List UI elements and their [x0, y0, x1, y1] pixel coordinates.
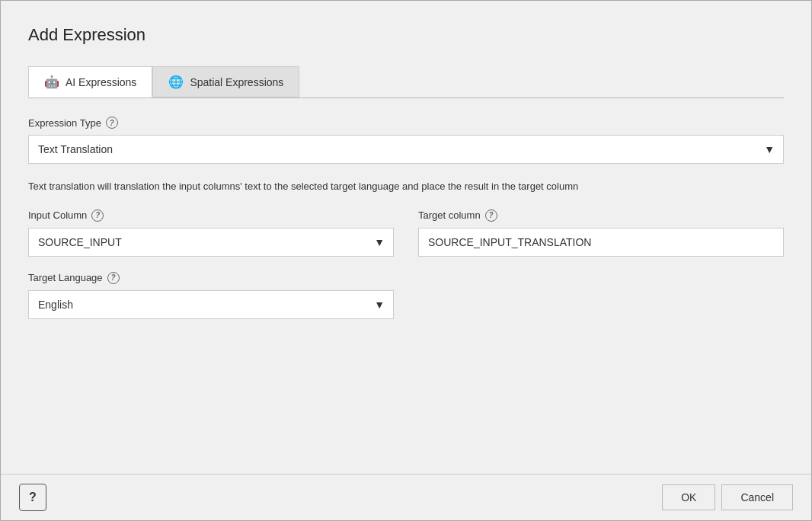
input-column-label: Input Column — [28, 209, 87, 221]
expression-type-field: Expression Type ? Text Translation Senti… — [28, 117, 784, 164]
target-language-select-wrapper: English Spanish French German Chinese ▼ — [28, 290, 394, 319]
tab-ai-expressions[interactable]: 🤖 AI Expressions — [28, 66, 152, 97]
form-section: Expression Type ? Text Translation Senti… — [28, 98, 784, 455]
expression-type-select[interactable]: Text Translation Sentiment Analysis Enti… — [28, 135, 784, 164]
target-language-label: Target Language — [28, 272, 103, 283]
footer-left: ? — [19, 484, 46, 511]
cancel-button[interactable]: Cancel — [721, 484, 793, 510]
expression-type-label-group: Expression Type ? — [28, 117, 784, 129]
tab-spatial-expressions[interactable]: 🌐 Spatial Expressions — [152, 66, 299, 97]
help-button-label: ? — [29, 491, 37, 504]
target-language-label-group: Target Language ? — [28, 272, 784, 284]
target-column-input[interactable] — [418, 228, 784, 257]
target-column-field: Target column ? — [418, 209, 784, 257]
input-column-select-wrapper: SOURCE_INPUT ▼ — [28, 228, 394, 257]
tab-ai-label: AI Expressions — [66, 76, 136, 88]
target-column-label: Target column — [418, 209, 481, 221]
help-button[interactable]: ? — [19, 484, 46, 511]
expression-description: Text translation will translation the in… — [28, 179, 784, 194]
ai-icon: 🤖 — [44, 75, 59, 89]
tab-spatial-label: Spatial Expressions — [190, 76, 283, 88]
target-language-select[interactable]: English Spanish French German Chinese — [28, 290, 394, 319]
add-expression-dialog: Add Expression 🤖 AI Expressions 🌐 Spatia… — [0, 0, 812, 521]
target-column-help-icon[interactable]: ? — [485, 209, 497, 222]
ok-button[interactable]: OK — [662, 484, 715, 510]
input-column-select[interactable]: SOURCE_INPUT — [28, 228, 394, 257]
input-column-field: Input Column ? SOURCE_INPUT ▼ — [28, 209, 394, 257]
footer-right: OK Cancel — [662, 484, 793, 510]
expression-type-select-wrapper: Text Translation Sentiment Analysis Enti… — [28, 135, 784, 164]
spatial-icon: 🌐 — [168, 75, 184, 89]
column-fields-row: Input Column ? SOURCE_INPUT ▼ Target col… — [28, 209, 784, 257]
target-language-help-icon[interactable]: ? — [107, 272, 120, 284]
expression-type-label: Expression Type — [28, 117, 101, 129]
expression-type-help-icon[interactable]: ? — [106, 117, 118, 129]
dialog-body: Add Expression 🤖 AI Expressions 🌐 Spatia… — [1, 1, 811, 474]
dialog-footer: ? OK Cancel — [1, 474, 811, 520]
input-column-label-group: Input Column ? — [28, 209, 394, 222]
input-column-help-icon[interactable]: ? — [91, 209, 104, 222]
target-language-field: Target Language ? English Spanish French… — [28, 272, 784, 319]
dialog-title: Add Expression — [28, 25, 784, 45]
tab-bar: 🤖 AI Expressions 🌐 Spatial Expressions — [28, 66, 784, 97]
target-column-label-group: Target column ? — [418, 209, 784, 222]
